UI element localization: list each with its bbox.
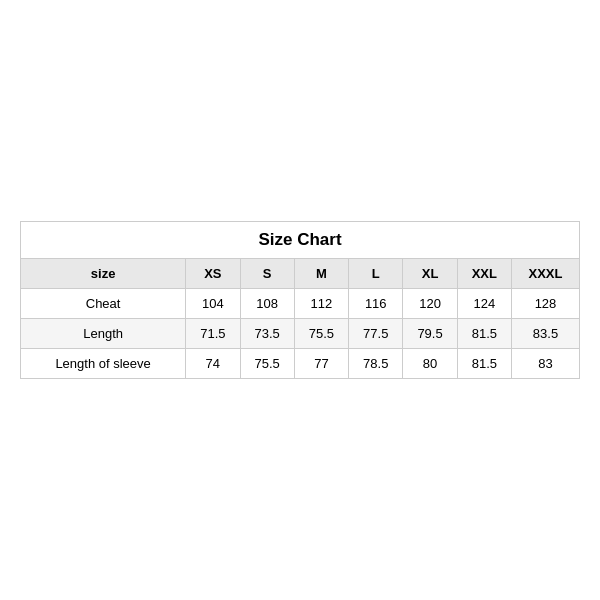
cell: 83	[511, 349, 579, 379]
header-xl: XL	[403, 259, 457, 289]
cell: 128	[511, 289, 579, 319]
cell: 116	[349, 289, 403, 319]
cell: 74	[186, 349, 240, 379]
cell: 75.5	[294, 319, 348, 349]
cell: 108	[240, 289, 294, 319]
row-label-length: Length	[21, 319, 186, 349]
table-row: Length of sleeve 74 75.5 77 78.5 80 81.5…	[21, 349, 580, 379]
cell: 75.5	[240, 349, 294, 379]
header-xxxl: XXXL	[511, 259, 579, 289]
row-label-sleeve: Length of sleeve	[21, 349, 186, 379]
cell: 81.5	[457, 349, 511, 379]
table-row: Cheat 104 108 112 116 120 124 128	[21, 289, 580, 319]
cell: 104	[186, 289, 240, 319]
cell: 77	[294, 349, 348, 379]
cell: 112	[294, 289, 348, 319]
header-l: L	[349, 259, 403, 289]
header-m: M	[294, 259, 348, 289]
row-label-cheat: Cheat	[21, 289, 186, 319]
header-s: S	[240, 259, 294, 289]
header-row: size XS S M L XL XXL XXXL	[21, 259, 580, 289]
header-size: size	[21, 259, 186, 289]
cell: 80	[403, 349, 457, 379]
header-xxl: XXL	[457, 259, 511, 289]
cell: 83.5	[511, 319, 579, 349]
cell: 120	[403, 289, 457, 319]
size-chart-container: Size Chart size XS S M L XL XXL XXXL Che…	[20, 221, 580, 379]
cell: 124	[457, 289, 511, 319]
cell: 79.5	[403, 319, 457, 349]
size-chart-table: Size Chart size XS S M L XL XXL XXXL Che…	[20, 221, 580, 379]
cell: 77.5	[349, 319, 403, 349]
cell: 78.5	[349, 349, 403, 379]
cell: 73.5	[240, 319, 294, 349]
title-row: Size Chart	[21, 222, 580, 259]
header-xs: XS	[186, 259, 240, 289]
table-row: Length 71.5 73.5 75.5 77.5 79.5 81.5 83.…	[21, 319, 580, 349]
table-title: Size Chart	[21, 222, 580, 259]
cell: 81.5	[457, 319, 511, 349]
cell: 71.5	[186, 319, 240, 349]
